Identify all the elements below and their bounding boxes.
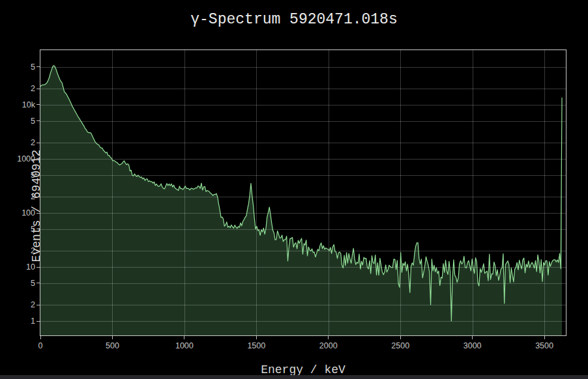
y-tick-label: 5 (0, 224, 35, 234)
y-tick-label: 10k (0, 100, 35, 110)
tick-mark (37, 197, 40, 197)
tick-mark (37, 143, 40, 143)
tick-mark (328, 336, 329, 339)
y-tick-label: 2 (0, 137, 35, 148)
tick-mark (40, 336, 41, 339)
tick-mark (37, 267, 40, 268)
spectrum-canvas[interactable] (40, 50, 566, 335)
x-tick-label: 2500 (377, 341, 423, 351)
x-tick-label: 1500 (233, 341, 279, 351)
x-tick-label: 500 (89, 341, 135, 351)
x-axis-title: Energy / keV (40, 363, 566, 376)
tick-mark (37, 283, 40, 283)
tick-mark (37, 321, 40, 322)
tick-mark (37, 120, 40, 121)
x-tick-label: 3000 (450, 341, 495, 351)
y-tick-label: 2 (0, 246, 35, 256)
y-tick-label: 5 (0, 170, 35, 180)
gamma-spectrum-figure: γ-Spectrum 5920471.018s Events / 6940912… (0, 0, 588, 379)
tick-mark (37, 213, 40, 214)
y-tick-label: 1 (0, 316, 35, 326)
tick-mark (37, 158, 40, 159)
plot-area[interactable] (40, 49, 566, 336)
tick-mark (37, 229, 40, 229)
tick-mark (37, 305, 40, 305)
tick-mark (37, 175, 40, 175)
chart-title: γ-Spectrum 5920471.018s (0, 11, 588, 28)
tick-mark (256, 336, 257, 339)
tick-mark (37, 251, 40, 251)
tick-mark (400, 336, 401, 339)
y-tick-label: 2 (0, 83, 35, 94)
y-tick-label: 10 (0, 262, 35, 272)
tick-mark (37, 66, 40, 67)
y-tick-label: 2 (0, 191, 35, 202)
x-tick-label: 0 (18, 341, 63, 351)
tick-mark (112, 336, 113, 339)
tick-mark (544, 336, 545, 339)
window-bottom-edge (0, 375, 588, 379)
y-tick-label: 5 (0, 116, 35, 126)
tick-mark (37, 89, 40, 89)
y-tick-label: 1000 (0, 154, 35, 164)
y-tick-label: 100 (0, 208, 35, 218)
tick-mark (184, 336, 184, 339)
x-tick-label: 3500 (522, 341, 567, 351)
x-tick-label: 1000 (162, 341, 207, 351)
y-tick-label: 5 (0, 278, 35, 288)
tick-mark (37, 104, 40, 105)
y-tick-label: 2 (0, 300, 35, 310)
x-tick-label: 2000 (306, 341, 351, 351)
y-tick-label: 5 (0, 62, 35, 72)
tick-mark (472, 336, 473, 339)
